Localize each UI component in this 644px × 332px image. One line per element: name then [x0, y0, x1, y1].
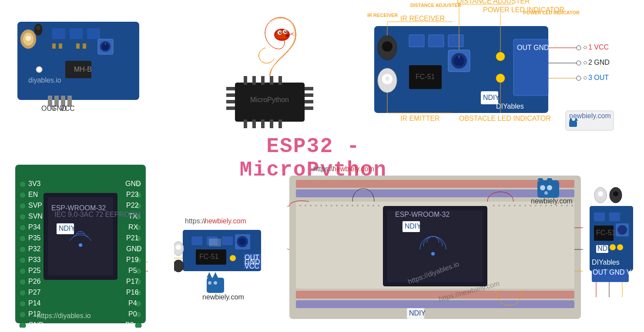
svg-marker-202	[207, 272, 212, 278]
sensor-diagram-svg: FC-51 OUT GND VCC ○ 1 VCC ○ 2 GND ○ 3 OU…	[366, 0, 618, 135]
svg-point-240	[493, 205, 495, 206]
svg-text:newbiely.com: newbiely.com	[332, 165, 374, 173]
svg-point-225	[305, 205, 306, 206]
svg-text:IEC 9.0-3AC 72 EEPROOM: IEC 9.0-3AC 72 EEPROOM	[54, 211, 141, 218]
svg-text:VCC: VCC	[60, 105, 75, 112]
svg-text:P0: P0	[128, 310, 137, 318]
svg-text:P19: P19	[126, 256, 139, 263]
svg-point-205	[214, 281, 217, 285]
svg-text:P35: P35	[28, 234, 41, 242]
svg-point-261	[598, 191, 603, 196]
svg-point-115	[20, 214, 26, 220]
annotation-distance-adjuster: DISTANCE ADJUSTER	[410, 1, 461, 9]
newbiely-logo-right: newbiely.com	[531, 178, 574, 210]
svg-point-56	[285, 31, 286, 32]
micropython-logo: MicroPython	[209, 9, 331, 130]
svg-marker-282	[537, 178, 543, 180]
svg-point-238	[372, 205, 374, 206]
svg-point-233	[346, 205, 348, 206]
svg-rect-43	[244, 76, 247, 85]
svg-rect-40	[261, 120, 265, 128]
svg-rect-38	[244, 120, 247, 128]
svg-point-118	[20, 246, 26, 252]
svg-rect-183	[222, 236, 233, 245]
svg-rect-35	[305, 93, 313, 97]
svg-text:P27: P27	[28, 289, 41, 296]
svg-text:newbiely.com: newbiely.com	[531, 197, 573, 205]
svg-text:GND: GND	[28, 321, 44, 328]
svg-rect-32	[226, 100, 235, 103]
svg-rect-34	[305, 87, 313, 90]
svg-point-5	[36, 26, 40, 30]
svg-text:P17: P17	[126, 278, 139, 285]
svg-point-60	[382, 41, 392, 52]
svg-rect-45	[261, 76, 265, 85]
svg-text:P25: P25	[28, 267, 41, 274]
svg-point-80	[577, 61, 581, 65]
svg-point-284	[540, 185, 545, 190]
svg-point-228	[320, 205, 322, 206]
svg-point-123	[20, 301, 26, 307]
svg-rect-37	[305, 106, 313, 110]
svg-point-244	[514, 205, 516, 206]
annotation-ir-receiver: IR RECEIVER	[367, 11, 398, 19]
svg-text:EN: EN	[28, 191, 38, 198]
svg-point-186	[239, 238, 246, 245]
svg-point-277	[617, 244, 623, 250]
svg-point-121	[20, 279, 26, 285]
svg-point-198	[176, 245, 181, 250]
svg-point-73	[496, 52, 505, 61]
svg-point-3	[26, 36, 31, 41]
svg-text:RX: RX	[128, 223, 138, 231]
svg-rect-200	[209, 239, 221, 246]
sensor-diagram: FC-51 OUT GND VCC ○ 1 VCC ○ 2 GND ○ 3 OU…	[366, 0, 618, 135]
svg-text:VCC: VCC	[245, 262, 259, 270]
svg-point-263	[613, 191, 618, 196]
svg-text:https://: https://	[313, 165, 335, 173]
svg-point-57	[285, 34, 289, 37]
svg-point-231	[336, 205, 338, 206]
top-left-sensor: MH-B OUT GND VCC diyables.io	[4, 4, 152, 130]
svg-point-113	[20, 192, 26, 198]
svg-text:P2: P2	[125, 321, 134, 328]
svg-text:NDIY: NDIY	[405, 222, 422, 230]
svg-marker-283	[547, 178, 553, 180]
svg-text:MicroPython: MicroPython	[250, 96, 289, 103]
svg-point-241	[498, 205, 500, 206]
svg-text:2  GND: 2 GND	[588, 59, 610, 66]
right-sensor-module: FC-51 NDIY DIYables OUT GND VCC	[587, 184, 640, 297]
svg-text:https://diyables.io: https://diyables.io	[37, 312, 91, 319]
svg-rect-65	[429, 35, 444, 47]
svg-point-28	[37, 68, 41, 71]
svg-rect-25	[76, 43, 80, 49]
svg-text:○: ○	[583, 74, 587, 81]
svg-text:FC-51: FC-51	[596, 229, 616, 236]
small-sensor-module: https:// newbiely.com FC-51 OUT GND VCC	[174, 215, 274, 302]
svg-text:https://: https://	[185, 217, 206, 225]
svg-text:3  OUT: 3 OUT	[588, 74, 609, 81]
svg-text:SVN: SVN	[28, 212, 43, 220]
svg-point-120	[20, 268, 26, 274]
svg-point-243	[509, 205, 510, 206]
svg-text:IR RECEIVER: IR RECEIVER	[400, 15, 445, 22]
svg-rect-41	[270, 120, 273, 128]
svg-point-215	[431, 252, 435, 256]
svg-point-171	[20, 322, 26, 328]
svg-point-242	[503, 205, 505, 206]
svg-text:P21: P21	[126, 234, 139, 242]
svg-point-114	[20, 203, 26, 209]
svg-text:P5: P5	[128, 267, 137, 274]
svg-point-246	[524, 205, 526, 206]
svg-rect-30	[226, 87, 235, 90]
svg-rect-7	[70, 28, 83, 39]
svg-point-239	[378, 205, 379, 206]
svg-text:NDIY: NDIY	[59, 225, 76, 232]
svg-text:P34: P34	[28, 223, 41, 231]
svg-text:GND: GND	[125, 180, 141, 187]
svg-text:P26: P26	[28, 278, 41, 285]
svg-rect-31	[226, 93, 235, 97]
svg-rect-42	[278, 120, 282, 128]
svg-rect-26	[83, 43, 86, 49]
svg-point-204	[208, 281, 211, 285]
svg-point-166	[79, 243, 82, 247]
